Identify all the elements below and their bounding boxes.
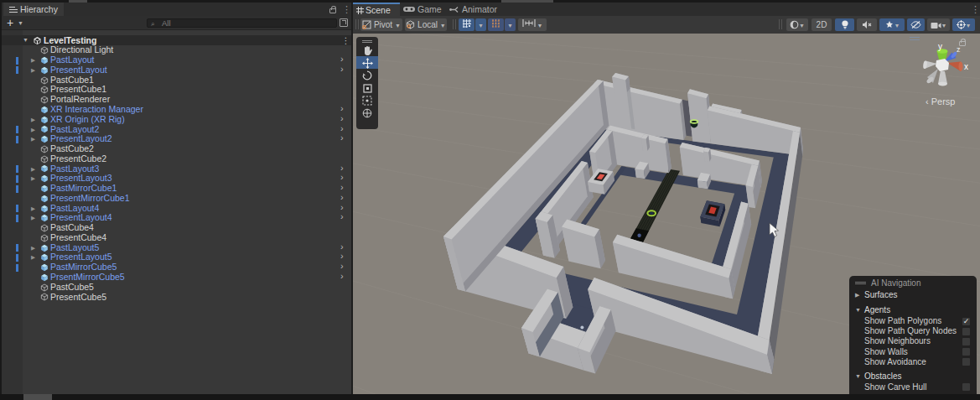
svg-text:z: z bbox=[957, 45, 961, 54]
svg-text:x: x bbox=[964, 62, 968, 71]
svg-text:y: y bbox=[938, 42, 942, 51]
